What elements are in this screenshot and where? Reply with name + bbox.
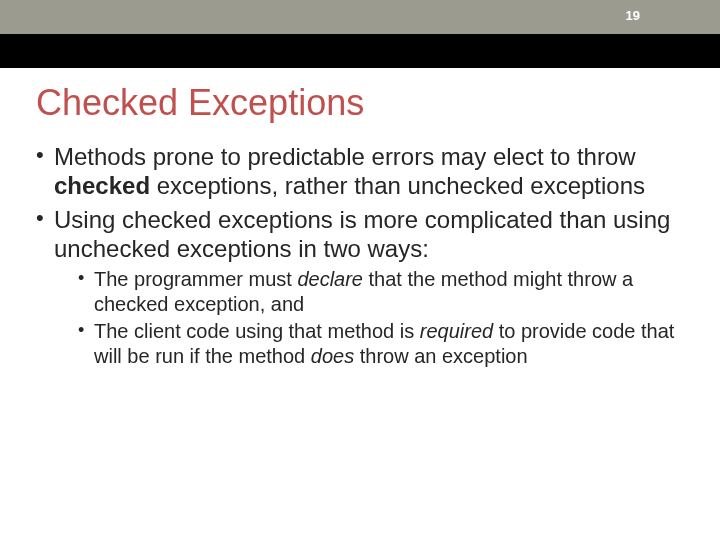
sub-bullet-italic: does	[311, 345, 354, 367]
sub-bullet-italic: declare	[297, 268, 363, 290]
bullet-item: Methods prone to predictable errors may …	[36, 142, 684, 201]
slide-body: Methods prone to predictable errors may …	[36, 142, 684, 369]
sub-bullet-text: throw an exception	[354, 345, 527, 367]
sub-bullet-text: The client code using that method is	[94, 320, 420, 342]
slide-title: Checked Exceptions	[36, 82, 720, 124]
bullet-item: Using checked exceptions is more complic…	[36, 205, 684, 370]
sub-bullet-item: The programmer must declare that the met…	[78, 267, 684, 317]
black-bar	[0, 34, 720, 68]
bullet-bold: checked	[54, 172, 150, 199]
bullet-text: Methods prone to predictable errors may …	[54, 143, 636, 170]
bullet-list: Methods prone to predictable errors may …	[36, 142, 684, 369]
bullet-text: exceptions, rather than unchecked except…	[150, 172, 645, 199]
sub-bullet-italic: required	[420, 320, 493, 342]
sub-bullet-text: The programmer must	[94, 268, 297, 290]
slide: 19 Checked Exceptions Methods prone to p…	[0, 0, 720, 540]
top-bar: 19	[0, 0, 720, 34]
page-number: 19	[626, 8, 640, 23]
sub-bullet-item: The client code using that method is req…	[78, 319, 684, 369]
bullet-text: Using checked exceptions is more complic…	[54, 206, 670, 262]
sub-bullet-list: The programmer must declare that the met…	[78, 267, 684, 369]
